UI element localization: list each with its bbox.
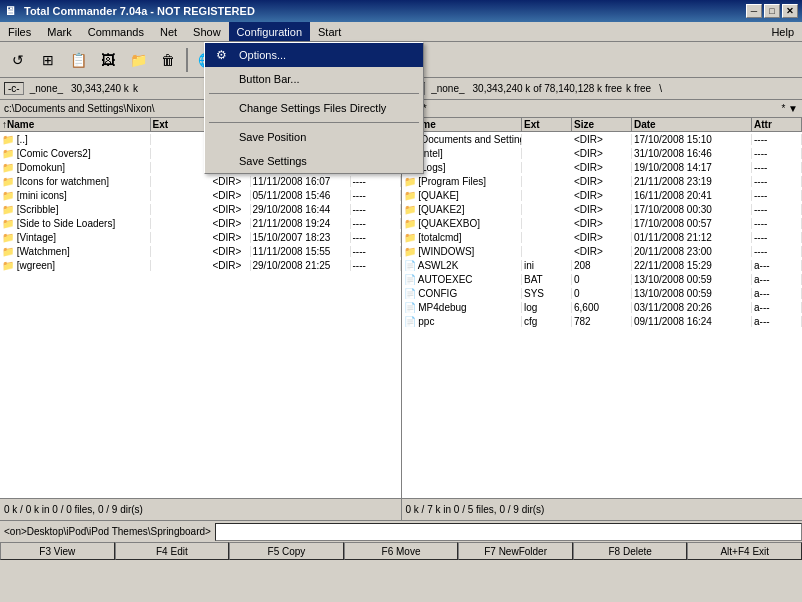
- right-drive-info: 30,343,240 k of 78,140,128 k free: [473, 83, 623, 94]
- menu-net[interactable]: Net: [152, 22, 185, 41]
- right-file-row[interactable]: 📁 [QUAKE]<DIR>16/11/2008 20:41----: [402, 188, 803, 202]
- command-input[interactable]: [215, 523, 802, 541]
- left-file-row[interactable]: 📁 [Vintage]<DIR>15/10/2007 18:23----: [0, 230, 401, 244]
- left-col-name[interactable]: ↑Name: [0, 118, 151, 131]
- menu-show[interactable]: Show: [185, 22, 229, 41]
- maximize-button[interactable]: □: [764, 4, 780, 18]
- close-button[interactable]: ✕: [782, 4, 798, 18]
- menu-save-position[interactable]: Save Position: [205, 125, 423, 149]
- right-file-row[interactable]: 📁 [QUAKEXBO]<DIR>17/10/2008 00:57----: [402, 216, 803, 230]
- right-file-row[interactable]: 📁 [Program Files]<DIR>21/11/2008 23:19--…: [402, 174, 803, 188]
- right-panel-header: ↑Name Ext Size Date Attr: [402, 118, 803, 132]
- options-icon: ⚙: [213, 47, 229, 63]
- right-drive-free: k free: [626, 83, 651, 94]
- fn4-button[interactable]: F4 Edit: [115, 542, 230, 560]
- left-file-row[interactable]: 📁 [wgreen]<DIR>29/10/2008 21:25----: [0, 258, 401, 272]
- command-bar: <on>Desktop\iPod\iPod Themes\Springboard…: [0, 520, 802, 542]
- menu-bar: Files Mark Commands Net Show Configurati…: [0, 22, 802, 42]
- menu-options[interactable]: ⚙ Options...: [205, 43, 423, 67]
- status-bar: 0 k / 0 k in 0 / 0 files, 0 / 9 dir(s) 0…: [0, 498, 802, 520]
- right-path-filter[interactable]: * ▼: [781, 103, 798, 114]
- toolbar-refresh[interactable]: ↺: [4, 46, 32, 74]
- title-bar: 🖥 Total Commander 7.04a - NOT REGISTERED…: [0, 0, 802, 22]
- altfn4-button[interactable]: Alt+F4 Exit: [687, 542, 802, 560]
- right-file-row[interactable]: 📁 [Logs]<DIR>19/10/2008 14:17----: [402, 160, 803, 174]
- main-content: ↑Name Ext Date Attr 📁 [..]📁 [Comic Cover…: [0, 118, 802, 498]
- fn6-button[interactable]: F6 Move: [344, 542, 459, 560]
- save-settings-icon: [213, 153, 229, 169]
- left-file-row[interactable]: 📁 [Scribble]<DIR>29/10/2008 16:44----: [0, 202, 401, 216]
- window-controls: ─ □ ✕: [746, 4, 798, 18]
- menu-files[interactable]: Files: [0, 22, 39, 41]
- right-file-row[interactable]: 📁 [Documents and Settings]<DIR>17/10/200…: [402, 132, 803, 146]
- buttonbar-icon: [213, 71, 229, 87]
- left-file-row[interactable]: 📁 [mini icons]<DIR>05/11/2008 15:46----: [0, 188, 401, 202]
- left-file-row[interactable]: 📁 [Side to Side Loaders]<DIR>21/11/2008 …: [0, 216, 401, 230]
- fn3-button[interactable]: F3 View: [0, 542, 115, 560]
- toolbar-sep1: [186, 48, 188, 72]
- right-drive-sep: \: [659, 83, 662, 94]
- left-drive-info: 30,343,240 k: [71, 83, 129, 94]
- change-settings-icon: [213, 100, 229, 116]
- right-file-row[interactable]: 📁 [Intel]<DIR>31/10/2008 16:46----: [402, 146, 803, 160]
- right-status: 0 k / 7 k in 0 / 5 files, 0 / 9 dir(s): [402, 499, 803, 520]
- menu-start[interactable]: Start: [310, 22, 349, 41]
- right-col-size[interactable]: Size: [572, 118, 632, 131]
- left-status: 0 k / 0 k in 0 / 0 files, 0 / 9 dir(s): [0, 499, 402, 520]
- toolbar-btn4[interactable]: 🖼: [94, 46, 122, 74]
- menu-commands[interactable]: Commands: [80, 22, 152, 41]
- right-file-panel: ↑Name Ext Size Date Attr 📁 [Documents an…: [402, 118, 803, 498]
- command-path: <on>Desktop\iPod\iPod Themes\Springboard…: [0, 526, 215, 537]
- right-drive-name: _none_: [431, 83, 464, 94]
- window-title: Total Commander 7.04a - NOT REGISTERED: [20, 5, 746, 17]
- menu-change-settings[interactable]: Change Settings Files Directly: [205, 96, 423, 120]
- left-drive-suffix: k: [133, 83, 138, 94]
- right-panel-body: 📁 [Documents and Settings]<DIR>17/10/200…: [402, 132, 803, 498]
- fn8-button[interactable]: F8 Delete: [573, 542, 688, 560]
- fn7-button[interactable]: F7 NewFolder: [458, 542, 573, 560]
- toolbar-btn5[interactable]: 📁: [124, 46, 152, 74]
- right-file-row[interactable]: 📄 CONFIGSYS013/10/2008 00:59a---: [402, 286, 803, 300]
- menu-sep2: [209, 122, 419, 123]
- toolbar-btn3[interactable]: 📋: [64, 46, 92, 74]
- right-drive-bar: -c- _none_ 30,343,240 k of 78,140,128 k …: [402, 78, 803, 99]
- right-file-row[interactable]: 📁 [WINDOWS]<DIR>20/11/2008 23:00----: [402, 244, 803, 258]
- menu-mark[interactable]: Mark: [39, 22, 79, 41]
- menu-button-bar[interactable]: Button Bar...: [205, 67, 423, 91]
- left-panel-body: 📁 [..]📁 [Comic Covers2]<DIR>30/10/2008 2…: [0, 132, 401, 498]
- save-position-icon: [213, 129, 229, 145]
- menu-sep1: [209, 93, 419, 94]
- right-file-row[interactable]: 📄 ppccfg78209/11/2008 16:24a---: [402, 314, 803, 328]
- right-col-date[interactable]: Date: [632, 118, 752, 131]
- fn5-button[interactable]: F5 Copy: [229, 542, 344, 560]
- right-file-row[interactable]: 📁 [totalcmd]<DIR>01/11/2008 21:12----: [402, 230, 803, 244]
- right-col-attr[interactable]: Attr: [752, 118, 802, 131]
- toolbar-btn6[interactable]: 🗑: [154, 46, 182, 74]
- left-drive-label: -c-: [4, 82, 24, 95]
- left-col-ext[interactable]: Ext: [151, 118, 211, 131]
- menu-help[interactable]: Help: [763, 22, 802, 41]
- right-file-row[interactable]: 📄 AUTOEXECBAT013/10/2008 00:59a---: [402, 272, 803, 286]
- left-file-panel: ↑Name Ext Date Attr 📁 [..]📁 [Comic Cover…: [0, 118, 402, 498]
- minimize-button[interactable]: ─: [746, 4, 762, 18]
- left-file-row[interactable]: 📁 [Watchmen]<DIR>11/11/2008 15:55----: [0, 244, 401, 258]
- left-drive-name: _none_: [30, 83, 63, 94]
- toolbar-btn2[interactable]: ⊞: [34, 46, 62, 74]
- right-col-ext[interactable]: Ext: [522, 118, 572, 131]
- left-file-row[interactable]: 📁 [Icons for watchmen]<DIR>11/11/2008 16…: [0, 174, 401, 188]
- menu-configuration[interactable]: Configuration: [229, 22, 310, 41]
- right-file-row[interactable]: 📁 [QUAKE2]<DIR>17/10/2008 00:30----: [402, 202, 803, 216]
- configuration-dropdown: ⚙ Options... Button Bar... Change Settin…: [204, 42, 424, 174]
- right-file-row[interactable]: 📄 ASWL2Kini20822/11/2008 15:29a---: [402, 258, 803, 272]
- menu-save-settings[interactable]: Save Settings: [205, 149, 423, 173]
- fn-bar: F3 View F4 Edit F5 Copy F6 Move F7 NewFo…: [0, 542, 802, 560]
- right-file-row[interactable]: 📄 MP4debuglog6,60003/11/2008 20:26a---: [402, 300, 803, 314]
- left-path-text: c:\Documents and Settings\Nixon\: [4, 103, 155, 114]
- right-path: c:\*.* * ▼: [402, 100, 803, 117]
